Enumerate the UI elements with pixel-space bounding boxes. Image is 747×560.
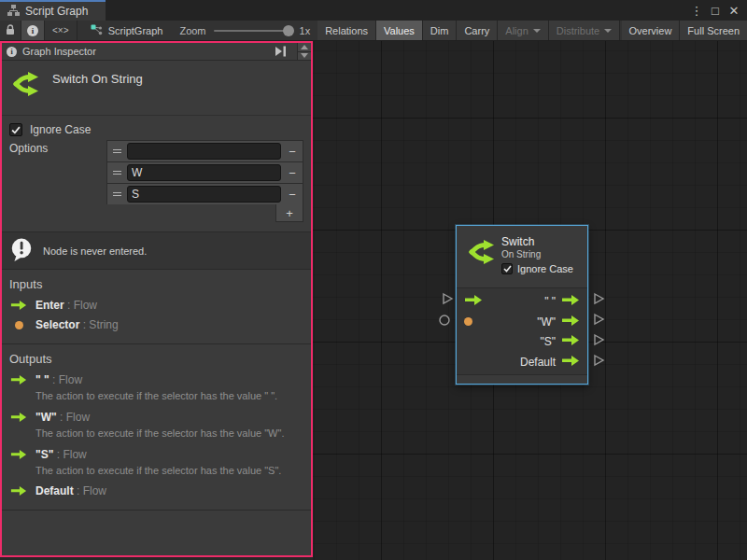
- zoom-label: Zoom: [179, 25, 205, 36]
- out-port-label: " ": [544, 295, 556, 308]
- flow-arrow-icon[interactable]: [561, 334, 580, 349]
- port-description: The action to execute if the selector ha…: [35, 465, 303, 478]
- option-row: −: [106, 140, 303, 161]
- flow-arrow-icon[interactable]: [561, 315, 580, 329]
- output-flow-connector[interactable]: [592, 333, 605, 346]
- graph-inspector-panel: i Graph Inspector Switch On String: [0, 41, 313, 557]
- option-row: −: [106, 161, 303, 183]
- inspector-header: i Graph Inspector: [2, 43, 311, 61]
- option-value-input[interactable]: [127, 143, 281, 160]
- add-option-button[interactable]: +: [275, 204, 303, 222]
- dropdown-arrow-icon: [604, 29, 612, 33]
- triangle-up-icon: [301, 45, 308, 49]
- switch-icon: [465, 238, 495, 270]
- zoom-value: 1x: [300, 25, 311, 36]
- triangle-down-icon: [301, 53, 308, 58]
- values-button[interactable]: Values: [376, 21, 423, 40]
- option-row: −: [106, 183, 303, 204]
- breadcrumb[interactable]: ScriptGraph: [81, 21, 173, 40]
- remove-option-button[interactable]: −: [282, 141, 303, 161]
- panel-scroll-control: [297, 43, 311, 60]
- inspector-title: Graph Inspector: [22, 46, 96, 57]
- kebab-menu-icon[interactable]: ⋮: [689, 3, 704, 18]
- zoom-slider[interactable]: [214, 30, 292, 32]
- selector-port-icon[interactable]: [464, 317, 472, 326]
- output-flow-connector[interactable]: [592, 354, 605, 367]
- dim-button[interactable]: Dim: [423, 21, 458, 40]
- node-summary: Switch On String: [2, 61, 311, 116]
- overview-button[interactable]: Overview: [622, 21, 681, 40]
- drag-handle-icon[interactable]: [107, 162, 126, 183]
- inspector-empty-area: [2, 511, 311, 555]
- tab-bar: Script Graph ⋮ □ ✕: [0, 0, 747, 21]
- carry-button[interactable]: Carry: [457, 21, 498, 40]
- scroll-down-button[interactable]: [298, 51, 311, 61]
- output-flow-connector[interactable]: [592, 313, 605, 326]
- tab-label: Script Graph: [25, 5, 88, 18]
- hierarchy-icon: [7, 5, 20, 19]
- fullscreen-button[interactable]: Full Screen: [680, 21, 747, 40]
- switch-node-header[interactable]: Switch On String Ignore Case: [457, 226, 587, 287]
- inputs-section: Inputs Enter : Flow Selector : String: [2, 270, 311, 344]
- breadcrumb-label: ScriptGraph: [108, 25, 163, 36]
- info-icon: i: [7, 47, 17, 57]
- port-description: The action to execute if the selector ha…: [35, 390, 303, 403]
- input-flow-connector[interactable]: [441, 292, 454, 305]
- switch-icon: [9, 68, 39, 104]
- flow-arrow-icon: [9, 412, 28, 423]
- remove-option-button[interactable]: −: [282, 162, 303, 183]
- value-port-icon: [9, 321, 28, 329]
- enter-port-icon[interactable]: [464, 293, 483, 310]
- input-value-connector[interactable]: [438, 314, 451, 327]
- inspector-controls: Ignore Case Options − −: [2, 116, 311, 231]
- outputs-header: Outputs: [9, 352, 303, 366]
- option-value-input[interactable]: [127, 164, 281, 181]
- drag-handle-icon[interactable]: [107, 141, 126, 161]
- drag-handle-icon[interactable]: [107, 184, 126, 204]
- warning-banner: Node is never entered.: [2, 231, 311, 270]
- info-icon: i: [27, 25, 38, 36]
- ignore-case-checkbox[interactable]: [9, 123, 22, 136]
- scroll-up-button[interactable]: [298, 43, 311, 51]
- lock-button[interactable]: [0, 21, 21, 40]
- inputs-header: Inputs: [9, 277, 303, 291]
- ignore-case-label: Ignore Case: [30, 123, 91, 136]
- switch-node-body: " " "W" "S": [457, 287, 587, 374]
- graph-canvas[interactable]: Switch On String Ignore Case " ": [313, 41, 747, 560]
- node-title: Switch: [501, 235, 582, 248]
- align-button[interactable]: Align: [498, 21, 548, 40]
- output-flow-connector[interactable]: [592, 292, 605, 305]
- flow-arrow-icon: [9, 300, 28, 311]
- relations-button[interactable]: Relations: [317, 21, 376, 40]
- distribute-button[interactable]: Distribute: [549, 21, 620, 40]
- port-description: The action to execute if the selector ha…: [35, 427, 303, 441]
- close-icon[interactable]: ✕: [726, 3, 741, 18]
- option-value-input[interactable]: [127, 186, 281, 203]
- flow-arrow-icon: [9, 485, 28, 497]
- remove-option-button[interactable]: −: [282, 184, 303, 204]
- script-graph-window: Script Graph ⋮ □ ✕ i <×> ScriptGraph: [0, 0, 747, 560]
- flow-arrow-icon: [9, 374, 28, 385]
- switch-node-footer: [457, 374, 587, 384]
- node-ignore-case-checkbox[interactable]: [501, 263, 513, 274]
- graph-toolbar: i <×> ScriptGraph Zoom 1x Relations Valu…: [0, 21, 747, 41]
- lock-icon: [6, 24, 15, 37]
- dock-button[interactable]: [271, 43, 291, 60]
- maximize-icon[interactable]: □: [708, 3, 723, 18]
- tabbar-spacer: [106, 0, 689, 21]
- switch-node[interactable]: Switch On String Ignore Case " ": [456, 225, 588, 385]
- flow-arrow-icon[interactable]: [561, 355, 580, 370]
- node-ignore-case-label: Ignore Case: [517, 263, 573, 274]
- graph-icon: [91, 24, 103, 37]
- flow-arrow-icon[interactable]: [561, 294, 580, 309]
- out-port-label: "W": [537, 315, 556, 329]
- options-label: Options: [9, 140, 106, 155]
- tab-script-graph[interactable]: Script Graph: [0, 0, 106, 21]
- zoom-slider-handle[interactable]: [283, 25, 294, 36]
- options-list: − − − +: [106, 140, 303, 222]
- outputs-section: Outputs " " : Flow The action to execute…: [2, 344, 311, 511]
- dock-icon: [275, 46, 288, 57]
- page-title: Switch On String: [52, 68, 143, 86]
- inspect-button[interactable]: i: [21, 21, 45, 40]
- code-view-button[interactable]: <×>: [45, 21, 78, 40]
